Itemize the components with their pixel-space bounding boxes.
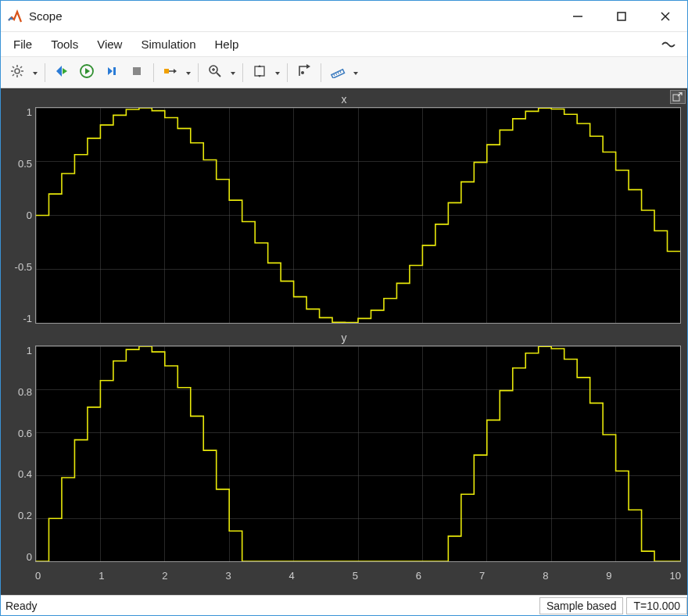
titlebar: Scope bbox=[1, 1, 687, 32]
chart-block-y: y 10.80.60.40.20 bbox=[7, 331, 681, 562]
chart-block-x: x 10.50-0.5-1 bbox=[7, 93, 681, 324]
svg-point-4 bbox=[15, 69, 20, 73]
toolbar-separator bbox=[45, 63, 45, 82]
autoscale-icon bbox=[253, 64, 267, 81]
xtick: 5 bbox=[353, 570, 358, 589]
status-mode: Sample based bbox=[539, 597, 624, 614]
svg-rect-1 bbox=[618, 13, 625, 20]
window-title: Scope bbox=[29, 9, 63, 23]
stop-button[interactable] bbox=[125, 61, 149, 84]
chevron-down-icon bbox=[185, 66, 192, 80]
settings-button[interactable] bbox=[5, 61, 29, 84]
chart-row-y: 10.80.60.40.20 bbox=[7, 346, 681, 562]
minimize-button[interactable] bbox=[556, 1, 600, 32]
svg-rect-22 bbox=[255, 66, 264, 76]
gear-icon bbox=[10, 64, 24, 81]
svg-rect-16 bbox=[164, 69, 169, 73]
ytick: 0.8 bbox=[18, 387, 32, 397]
ytick: 1 bbox=[27, 107, 32, 117]
ytick: 0 bbox=[27, 210, 32, 220]
plot-frame-x[interactable] bbox=[35, 107, 681, 324]
svg-line-9 bbox=[13, 66, 14, 68]
svg-point-23 bbox=[301, 71, 304, 74]
svg-line-19 bbox=[217, 73, 220, 77]
autoscale-button[interactable] bbox=[248, 61, 271, 84]
run-button[interactable] bbox=[75, 61, 99, 84]
toolbar-separator bbox=[198, 63, 199, 82]
chevron-down-icon bbox=[230, 66, 236, 80]
menu-run-indicator-icon[interactable] bbox=[659, 35, 678, 54]
toolbar-separator bbox=[242, 63, 243, 82]
menu-tools[interactable]: Tools bbox=[43, 34, 86, 54]
plot-svg-y bbox=[36, 346, 680, 561]
maximize-button[interactable] bbox=[600, 1, 643, 32]
xtick: 4 bbox=[289, 570, 295, 589]
menu-help[interactable]: Help bbox=[207, 34, 247, 54]
settings-dropdown[interactable] bbox=[30, 61, 40, 84]
menubar: File Tools View Simulation Help bbox=[1, 32, 687, 57]
menu-view[interactable]: View bbox=[89, 34, 130, 54]
xaxis-pad bbox=[7, 570, 35, 589]
toolbar bbox=[1, 57, 687, 88]
svg-rect-24 bbox=[331, 69, 345, 77]
scope-body: x 10.50-0.5-1 y 10.80.60.40.20 bbox=[1, 88, 687, 595]
ruler-icon bbox=[330, 64, 346, 81]
svg-line-28 bbox=[340, 70, 341, 73]
rewind-play-icon bbox=[54, 64, 70, 81]
xtick: 2 bbox=[162, 570, 167, 589]
yaxis-x: 10.50-0.5-1 bbox=[7, 107, 35, 324]
step-button[interactable] bbox=[100, 61, 124, 84]
chart-title-x: x bbox=[7, 93, 681, 107]
autoscale-dropdown[interactable] bbox=[273, 61, 282, 84]
xtick: 1 bbox=[99, 570, 104, 589]
xtick: 7 bbox=[479, 570, 485, 589]
chevron-down-icon bbox=[274, 66, 281, 80]
svg-line-12 bbox=[20, 66, 22, 68]
menu-simulation[interactable]: Simulation bbox=[133, 34, 203, 54]
xtick: 3 bbox=[225, 570, 231, 589]
chart-area: x 10.50-0.5-1 y 10.80.60.40.20 bbox=[7, 93, 681, 589]
toolbar-separator bbox=[287, 63, 288, 82]
measure-button[interactable] bbox=[326, 61, 349, 84]
stop-icon bbox=[130, 64, 144, 81]
statusbar: Ready Sample based T=10.000 bbox=[1, 595, 687, 615]
cursor-button[interactable] bbox=[292, 61, 316, 84]
scope-window: Scope File Tools View Simulation Help bbox=[0, 0, 688, 616]
chevron-down-icon bbox=[32, 66, 38, 80]
ytick: -1 bbox=[23, 313, 32, 324]
measure-dropdown[interactable] bbox=[351, 61, 360, 84]
toolbar-separator bbox=[153, 63, 154, 82]
xtick: 10 bbox=[669, 570, 680, 589]
xtick: 6 bbox=[416, 570, 421, 589]
ytick: -0.5 bbox=[15, 262, 32, 272]
yaxis-y: 10.80.60.40.20 bbox=[7, 346, 35, 562]
step-forward-icon bbox=[105, 64, 119, 81]
xaxis-row: 012345678910 bbox=[7, 570, 681, 589]
cursor-measurement-icon bbox=[297, 64, 311, 81]
xtick: 0 bbox=[35, 570, 41, 589]
restart-button[interactable] bbox=[50, 61, 73, 84]
zoom-dropdown[interactable] bbox=[228, 61, 238, 84]
signal-highlight-icon bbox=[163, 64, 178, 81]
xtick: 9 bbox=[606, 570, 611, 589]
close-button[interactable] bbox=[643, 1, 687, 32]
ytick: 0.4 bbox=[18, 469, 32, 479]
play-icon bbox=[80, 64, 94, 81]
plot-svg-x bbox=[36, 108, 680, 323]
chart-row-x: 10.50-0.5-1 bbox=[7, 107, 681, 324]
matlab-icon bbox=[7, 9, 23, 24]
svg-rect-15 bbox=[133, 67, 141, 75]
plot-frame-y[interactable] bbox=[35, 346, 681, 562]
svg-line-11 bbox=[13, 74, 14, 76]
svg-line-26 bbox=[335, 73, 336, 75]
highlight-button[interactable] bbox=[159, 61, 182, 84]
highlight-dropdown[interactable] bbox=[184, 61, 193, 84]
popout-icon[interactable] bbox=[670, 90, 686, 104]
xtick: 8 bbox=[543, 570, 548, 589]
svg-line-10 bbox=[20, 74, 22, 76]
menu-file[interactable]: File bbox=[5, 34, 40, 54]
zoom-icon bbox=[208, 64, 222, 81]
zoom-button[interactable] bbox=[203, 61, 227, 84]
ytick: 0.5 bbox=[18, 159, 32, 169]
chevron-down-icon bbox=[353, 66, 359, 80]
